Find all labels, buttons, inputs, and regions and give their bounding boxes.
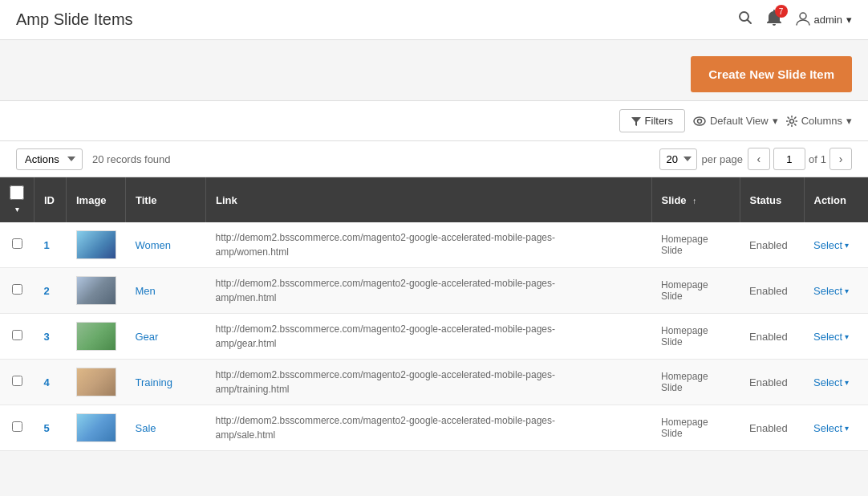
th-checkbox-dropdown-icon: ▾ xyxy=(15,205,19,213)
th-status: Status xyxy=(740,177,804,222)
row-action-cell: Select ▾ xyxy=(804,405,868,451)
next-page-button[interactable]: › xyxy=(829,148,852,170)
slide-items-table: ▾ ID Image Title Link Slide ↑ Status Act… xyxy=(0,177,868,451)
row-thumbnail xyxy=(76,368,116,396)
pagination: 20 per page ‹ of 1 › xyxy=(659,148,852,170)
th-title: Title xyxy=(126,177,206,222)
row-link: http://demom2.bsscommerce.com/magento2-g… xyxy=(206,405,652,451)
table-row: 3 Gear http://demom2.bsscommerce.com/mag… xyxy=(0,314,868,360)
funnel-icon xyxy=(631,116,641,126)
row-thumbnail xyxy=(76,413,116,442)
table-body: 1 Women http://demom2.bsscommerce.com/ma… xyxy=(0,222,868,451)
sort-icon: ↑ xyxy=(692,197,696,205)
row-select-link[interactable]: Select ▾ xyxy=(813,239,858,251)
th-image: Image xyxy=(67,177,126,222)
row-title: Training xyxy=(126,360,206,405)
row-status: Enabled xyxy=(740,360,804,405)
actions-left: Actions 20 records found xyxy=(16,148,171,170)
row-checkbox[interactable] xyxy=(12,376,22,386)
filters-label: Filters xyxy=(645,115,673,127)
row-slide: Homepage Slide xyxy=(651,360,740,405)
content-header: Create New Slide Item xyxy=(0,40,868,101)
page-title: Amp Slide Items xyxy=(16,10,133,29)
row-image-cell xyxy=(67,314,126,360)
row-select-link[interactable]: Select ▾ xyxy=(813,422,858,434)
row-slide: Homepage Slide xyxy=(651,268,740,314)
select-dropdown-icon: ▾ xyxy=(845,332,849,341)
top-bar-right: 7 admin ▾ xyxy=(738,10,852,30)
table-row: 4 Training http://demom2.bsscommerce.com… xyxy=(0,360,868,405)
th-slide[interactable]: Slide ↑ xyxy=(651,177,740,222)
per-page-label: per page xyxy=(702,153,743,165)
page-input[interactable] xyxy=(773,148,805,170)
records-count: 20 records found xyxy=(92,153,171,165)
notification-wrapper: 7 xyxy=(767,10,781,30)
row-title: Women xyxy=(126,222,206,268)
search-button[interactable] xyxy=(738,10,752,29)
notification-badge: 7 xyxy=(775,5,788,18)
row-id: 4 xyxy=(34,360,67,405)
row-checkbox[interactable] xyxy=(12,284,22,295)
row-action-cell: Select ▾ xyxy=(804,360,868,405)
row-select-link[interactable]: Select ▾ xyxy=(813,376,858,388)
filters-button[interactable]: Filters xyxy=(619,109,685,132)
row-select-link[interactable]: Select ▾ xyxy=(813,331,858,343)
row-id: 3 xyxy=(34,314,67,360)
svg-line-1 xyxy=(747,20,751,24)
gear-icon xyxy=(786,116,797,127)
row-action-cell: Select ▾ xyxy=(804,314,868,360)
top-bar: Amp Slide Items 7 admin ▾ xyxy=(0,0,868,40)
row-action-cell: Select ▾ xyxy=(804,222,868,268)
row-thumbnail xyxy=(76,276,116,305)
eye-icon xyxy=(693,116,706,126)
toolbar: Filters Default View ▾ Columns ▾ xyxy=(0,101,868,141)
row-checkbox-cell xyxy=(0,222,34,268)
row-checkbox-cell xyxy=(0,314,34,360)
table-header-row: ▾ ID Image Title Link Slide ↑ Status Act… xyxy=(0,177,868,222)
row-checkbox-cell xyxy=(0,360,34,405)
prev-page-button[interactable]: ‹ xyxy=(748,148,770,170)
row-title: Sale xyxy=(126,405,206,451)
actions-dropdown[interactable]: Actions xyxy=(16,148,83,170)
svg-point-3 xyxy=(694,117,705,125)
page-total: 1 xyxy=(821,153,826,165)
per-page-select[interactable]: 20 xyxy=(659,148,697,170)
row-id: 5 xyxy=(34,405,67,451)
row-checkbox[interactable] xyxy=(12,330,22,340)
row-link: http://demom2.bsscommerce.com/magento2-g… xyxy=(206,360,652,405)
row-image-cell xyxy=(67,405,126,451)
row-checkbox-cell xyxy=(0,405,34,451)
th-checkbox: ▾ xyxy=(0,177,34,222)
row-status: Enabled xyxy=(740,222,804,268)
select-dropdown-icon: ▾ xyxy=(845,241,849,250)
svg-point-4 xyxy=(697,119,701,123)
row-id: 1 xyxy=(34,222,67,268)
columns-button[interactable]: Columns ▾ xyxy=(786,115,852,127)
row-checkbox[interactable] xyxy=(12,421,22,432)
row-thumbnail xyxy=(76,230,116,259)
user-menu[interactable]: admin ▾ xyxy=(796,11,852,28)
default-view-button[interactable]: Default View ▾ xyxy=(693,115,778,127)
th-action: Action xyxy=(804,177,868,222)
page-of: of xyxy=(809,153,817,165)
row-slide: Homepage Slide xyxy=(651,314,740,360)
row-link: http://demom2.bsscommerce.com/magento2-g… xyxy=(206,222,652,268)
columns-label: Columns xyxy=(801,115,842,127)
row-checkbox[interactable] xyxy=(12,238,22,249)
table-row: 5 Sale http://demom2.bsscommerce.com/mag… xyxy=(0,405,868,451)
select-all-checkbox[interactable] xyxy=(10,185,24,200)
th-id: ID xyxy=(34,177,67,222)
page-nav: ‹ of 1 › xyxy=(748,148,852,170)
user-name: admin xyxy=(814,14,842,26)
row-image-cell xyxy=(67,360,126,405)
row-image-cell xyxy=(67,268,126,314)
row-status: Enabled xyxy=(740,314,804,360)
svg-point-2 xyxy=(800,13,806,19)
row-select-link[interactable]: Select ▾ xyxy=(813,285,858,297)
select-dropdown-icon: ▾ xyxy=(845,424,849,433)
actions-bar: Actions 20 records found 20 per page ‹ o… xyxy=(0,141,868,177)
default-view-label: Default View xyxy=(710,115,769,127)
create-new-slide-item-button[interactable]: Create New Slide Item xyxy=(691,56,852,92)
svg-point-5 xyxy=(789,119,793,123)
user-avatar-icon xyxy=(796,11,810,28)
